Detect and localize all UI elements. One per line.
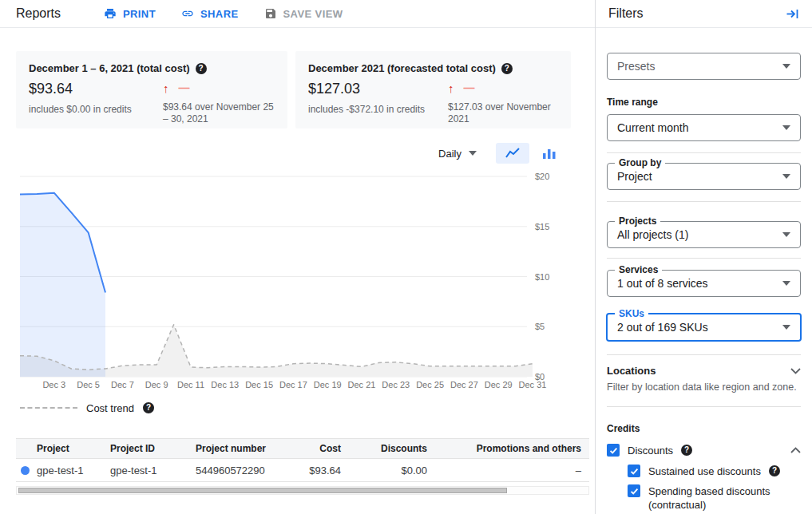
share-label: SHARE (200, 8, 239, 20)
svg-text:Dec 9: Dec 9 (145, 380, 168, 389)
chart-controls: Daily (0, 143, 566, 164)
spending-checkbox-checked[interactable] (628, 484, 640, 497)
share-button[interactable]: SHARE (181, 7, 239, 20)
svg-text:Dec 13: Dec 13 (211, 380, 239, 389)
filters-title: Filters (608, 6, 644, 21)
bar-chart-toggle[interactable] (533, 143, 566, 164)
line-chart-icon (505, 147, 521, 160)
filters-body: Presets Time range Current month Group b… (596, 53, 812, 514)
trend-up-icon: ↑ (163, 81, 169, 95)
help-icon[interactable]: ? (769, 465, 780, 476)
total-cost-card-title: December 1 – 6, 2021 (total cost) ? (29, 62, 275, 74)
forecast-cost-card: December 2021 (forecasted total cost) ? … (295, 51, 571, 128)
forecast-credits-note: includes -$372.10 in credits (308, 104, 448, 116)
col-header-project-id: Project ID (110, 443, 196, 454)
print-button[interactable]: PRINT (104, 7, 156, 20)
help-icon[interactable]: ? (681, 445, 692, 456)
chevron-up-icon[interactable] (790, 447, 801, 453)
filters-header: Filters (596, 0, 812, 28)
table-row[interactable]: gpe-test-1 gpe-test-1 544960572290 $93.6… (16, 459, 589, 482)
page-title: Reports (16, 6, 104, 21)
projects-label: Projects (615, 215, 660, 227)
cell-discounts: $0.00 (341, 465, 427, 476)
caret-down-icon (469, 151, 477, 156)
projects-value: All projects (1) (617, 228, 688, 241)
collapse-panel-icon[interactable] (786, 7, 799, 21)
svg-text:Dec 17: Dec 17 (279, 380, 307, 389)
divider (607, 258, 801, 259)
svg-text:Dec 5: Dec 5 (77, 380, 100, 389)
group-by-label: Group by (615, 157, 665, 169)
time-range-select[interactable]: Current month (607, 114, 801, 141)
cost-trend-label: Cost trend (86, 402, 134, 414)
cell-promotions: – (427, 465, 589, 476)
svg-text:Dec 7: Dec 7 (111, 380, 134, 389)
locations-section[interactable]: Locations (607, 365, 801, 377)
sustained-checkbox-checked[interactable] (628, 465, 640, 477)
time-range-value: Current month (617, 121, 688, 134)
spending-discounts-label: Spending based discounts (648, 484, 770, 498)
spending-discounts-label-2: (contractual) (648, 498, 770, 512)
cost-trend-swatch (20, 407, 77, 409)
svg-text:Dec 19: Dec 19 (314, 380, 342, 389)
cell-cost: $93.64 (285, 465, 341, 476)
services-label: Services (615, 264, 662, 276)
caret-down-icon (782, 64, 790, 69)
sustained-discounts-label: Sustained use discounts (648, 465, 761, 477)
svg-text:Dec 25: Dec 25 (416, 380, 444, 389)
caret-down-icon (782, 125, 790, 130)
services-value: 1 out of 8 services (617, 277, 708, 290)
discounts-row: Discounts ? (607, 444, 801, 457)
save-view-button[interactable]: SAVE VIEW (264, 7, 343, 20)
cost-chart[interactable]: $0$5$10$15$20Dec 3Dec 5Dec 7Dec 9Dec 11D… (0, 167, 595, 400)
save-view-label: SAVE VIEW (283, 8, 343, 20)
projects-select[interactable]: Projects All projects (1) (607, 221, 801, 248)
group-by-select[interactable]: Group by Project (607, 163, 801, 190)
save-icon (264, 7, 277, 20)
discounts-checkbox-checked[interactable] (607, 444, 620, 457)
total-cost-card: December 1 – 6, 2021 (total cost) ? $93.… (16, 51, 287, 128)
forecast-card-title: December 2021 (forecasted total cost) ? (308, 62, 558, 74)
bar-chart-icon (542, 147, 557, 160)
credits-section-label: Credits (607, 423, 801, 434)
caret-down-icon (782, 174, 790, 179)
col-header-project-number: Project number (196, 443, 285, 454)
cell-project: gpe-test-1 (37, 465, 110, 476)
main-content: Reports PRINT SHARE SAVE VIEW December 1… (0, 0, 595, 514)
sustained-discounts-row: Sustained use discounts ? (628, 465, 801, 477)
help-icon[interactable]: ? (501, 63, 513, 74)
interval-dropdown[interactable]: Daily (438, 148, 477, 160)
skus-select[interactable]: SKUs 2 out of 169 SKUs (606, 313, 802, 342)
help-icon[interactable]: ? (196, 63, 207, 74)
interval-value: Daily (438, 148, 461, 160)
table-header-row: Project Project ID Project number Cost D… (16, 438, 589, 459)
trend-indicator: ↑ — (163, 81, 275, 95)
discounts-label: Discounts (628, 445, 673, 457)
presets-select[interactable]: Presets (607, 53, 801, 80)
trend-dash-icon: — (464, 81, 475, 94)
printer-icon (104, 7, 117, 20)
scrollbar-thumb[interactable] (18, 488, 507, 493)
locations-label: Locations (607, 365, 656, 377)
col-header-discounts: Discounts (341, 443, 427, 454)
services-select[interactable]: Services 1 out of 8 services (607, 270, 801, 297)
svg-text:Dec 11: Dec 11 (177, 380, 204, 389)
help-icon[interactable]: ? (143, 402, 154, 413)
caret-down-icon (782, 232, 790, 237)
presets-placeholder: Presets (617, 60, 655, 73)
col-header-promotions: Promotions and others (427, 443, 589, 454)
horizontal-scrollbar[interactable] (16, 486, 589, 495)
chevron-down-icon[interactable] (790, 368, 801, 374)
trend-indicator: ↑ — (448, 81, 558, 95)
svg-text:$15: $15 (535, 222, 549, 231)
cost-table: Project Project ID Project number Cost D… (16, 438, 589, 482)
svg-text:Dec 31: Dec 31 (519, 380, 547, 389)
chart-legend: Cost trend ? (20, 401, 595, 414)
svg-text:Dec 15: Dec 15 (245, 380, 273, 389)
cell-project-number: 544960572290 (196, 465, 285, 476)
cost-summary-cards: December 1 – 6, 2021 (total cost) ? $93.… (16, 51, 595, 128)
divider (607, 406, 801, 407)
trend-up-icon: ↑ (448, 81, 454, 95)
svg-text:Dec 21: Dec 21 (348, 380, 376, 389)
line-chart-toggle[interactable] (496, 143, 529, 164)
